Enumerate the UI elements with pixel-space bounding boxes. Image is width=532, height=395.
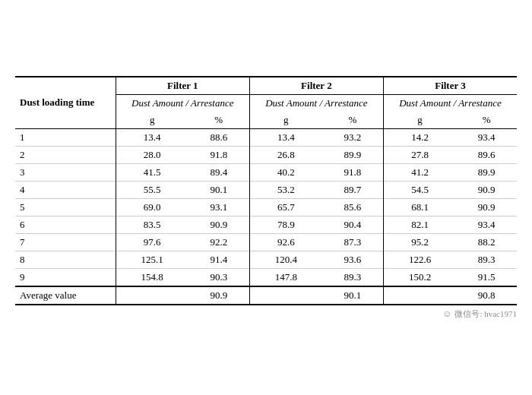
table-row: 228.091.826.889.927.889.6 xyxy=(15,146,517,163)
table-cell: 120.4 xyxy=(249,251,321,268)
table-cell: 93.4 xyxy=(456,216,517,233)
unit-f3-dust: g xyxy=(383,112,456,129)
average-cell: Average value xyxy=(15,286,116,305)
table-cell: 90.9 xyxy=(188,216,250,233)
table-cell: 5 xyxy=(15,198,116,216)
table-cell: 69.0 xyxy=(116,198,188,216)
table-row: 683.590.978.990.482.193.4 xyxy=(15,216,517,233)
table-cell: 65.7 xyxy=(249,198,321,216)
table-cell: 9 xyxy=(15,268,116,286)
table-cell: 89.9 xyxy=(322,146,384,163)
table-cell: 125.1 xyxy=(116,251,188,268)
table-cell: 1 xyxy=(15,128,116,146)
table-cell: 13.4 xyxy=(249,128,321,146)
unit-f2-dust: g xyxy=(249,112,321,129)
table-cell: 87.3 xyxy=(322,233,384,251)
table-row: 569.093.165.785.668.190.9 xyxy=(15,198,517,216)
table-cell: 122.6 xyxy=(383,251,456,268)
unit-f2-arr: % xyxy=(322,112,384,129)
table-cell: 8 xyxy=(15,251,116,268)
table-cell: 88.2 xyxy=(456,233,517,251)
table-cell: 89.9 xyxy=(456,163,517,181)
wechat-icon: ☺ xyxy=(442,308,451,320)
table-cell: 93.6 xyxy=(322,251,384,268)
table-cell: 91.4 xyxy=(188,251,250,268)
table-cell: 14.2 xyxy=(383,128,456,146)
table-cell: 90.3 xyxy=(188,268,250,286)
average-cell xyxy=(249,286,321,305)
table-cell: 91.5 xyxy=(456,268,517,286)
table-cell: 83.5 xyxy=(116,216,188,233)
table-cell: 90.9 xyxy=(456,181,517,198)
f3-sub-header: Dust Amount / Arrestance xyxy=(383,94,517,112)
table-cell: 82.1 xyxy=(383,216,456,233)
watermark: ☺ 微信号: hvac1971 xyxy=(15,308,517,320)
table-cell: 89.3 xyxy=(322,268,384,286)
table-cell: 90.9 xyxy=(456,198,517,216)
f2-sub-header: Dust Amount / Arrestance xyxy=(249,94,383,112)
table-row: 797.692.292.687.395.288.2 xyxy=(15,233,517,251)
table-cell: 6 xyxy=(15,216,116,233)
unit-f1-arr: % xyxy=(188,112,250,129)
average-cell xyxy=(383,286,456,305)
table-cell: 92.2 xyxy=(188,233,250,251)
table-cell: 90.1 xyxy=(188,181,250,198)
table-cell: 91.8 xyxy=(188,146,250,163)
table-cell: 93.1 xyxy=(188,198,250,216)
table-cell: 68.1 xyxy=(383,198,456,216)
table-body: 113.488.613.493.214.293.4228.091.826.889… xyxy=(15,128,517,305)
table-cell: 89.7 xyxy=(322,181,384,198)
average-cell: 90.8 xyxy=(456,286,517,305)
f1-sub-header: Dust Amount / Arrestance xyxy=(116,94,249,112)
table-cell: 53.2 xyxy=(249,181,321,198)
watermark-text: 微信号: hvac1971 xyxy=(454,308,517,320)
table-row: 113.488.613.493.214.293.4 xyxy=(15,128,517,146)
table-cell: 28.0 xyxy=(116,146,188,163)
average-row: Average value90.990.190.8 xyxy=(15,286,517,305)
filter1-header: Filter 1 xyxy=(116,77,249,95)
table-cell: 26.8 xyxy=(249,146,321,163)
table-cell: 88.6 xyxy=(188,128,250,146)
table-cell: 89.3 xyxy=(456,251,517,268)
table-cell: 154.8 xyxy=(116,268,188,286)
table-row: 8125.191.4120.493.6122.689.3 xyxy=(15,251,517,268)
average-cell: 90.9 xyxy=(188,286,250,305)
average-cell: 90.1 xyxy=(322,286,384,305)
table-cell: 7 xyxy=(15,233,116,251)
table-cell: 85.6 xyxy=(322,198,384,216)
table-cell: 97.6 xyxy=(116,233,188,251)
page-wrapper: Dust loading time Filter 1 Filter 2 Filt… xyxy=(8,68,524,327)
table-cell: 41.2 xyxy=(383,163,456,181)
table-cell: 92.6 xyxy=(249,233,321,251)
table-cell: 90.4 xyxy=(322,216,384,233)
table-row: 455.590.153.289.754.590.9 xyxy=(15,181,517,198)
unit-f3-arr: % xyxy=(456,112,517,129)
table-cell: 27.8 xyxy=(383,146,456,163)
table-cell: 55.5 xyxy=(116,181,188,198)
table-cell: 13.4 xyxy=(116,128,188,146)
average-cell xyxy=(116,286,188,305)
data-table: Dust loading time Filter 1 Filter 2 Filt… xyxy=(15,76,517,305)
table-cell: 150.2 xyxy=(383,268,456,286)
filter3-header: Filter 3 xyxy=(383,77,517,95)
filter2-header: Filter 2 xyxy=(249,77,383,95)
table-cell: 93.4 xyxy=(456,128,517,146)
table-cell: 78.9 xyxy=(249,216,321,233)
table-cell: 147.8 xyxy=(249,268,321,286)
table-cell: 41.5 xyxy=(116,163,188,181)
table-cell: 54.5 xyxy=(383,181,456,198)
table-row: 341.589.440.291.841.289.9 xyxy=(15,163,517,181)
table-cell: 93.2 xyxy=(322,128,384,146)
table-cell: 89.6 xyxy=(456,146,517,163)
table-cell: 3 xyxy=(15,163,116,181)
table-cell: 4 xyxy=(15,181,116,198)
header-row-top: Dust loading time Filter 1 Filter 2 Filt… xyxy=(15,77,517,95)
table-row: 9154.890.3147.889.3150.291.5 xyxy=(15,268,517,286)
col-dust-loading-time: Dust loading time xyxy=(15,77,116,129)
unit-f1-dust: g xyxy=(116,112,188,129)
table-cell: 89.4 xyxy=(188,163,250,181)
table-cell: 40.2 xyxy=(249,163,321,181)
table-cell: 95.2 xyxy=(383,233,456,251)
table-cell: 91.8 xyxy=(322,163,384,181)
table-cell: 2 xyxy=(15,146,116,163)
